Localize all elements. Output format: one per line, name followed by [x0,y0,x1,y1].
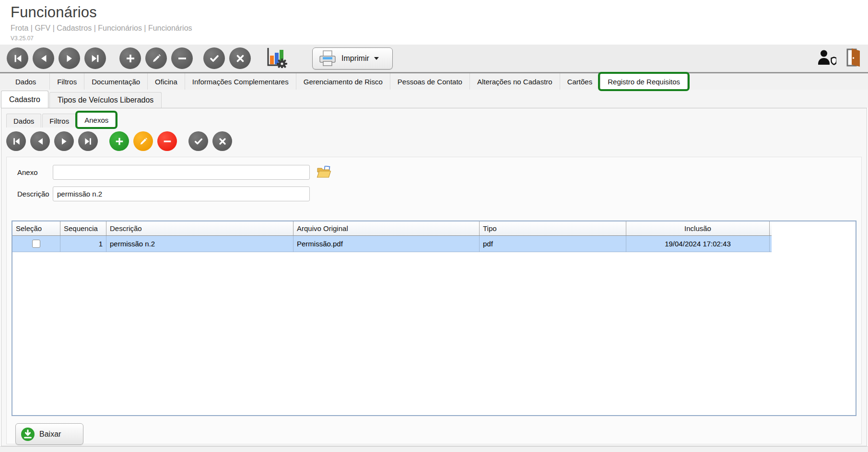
anexo-remove-button[interactable] [157,131,177,151]
tab-tipos-de-veiculos-liberados[interactable]: Tipos de Veículos Liberados [49,92,162,108]
tab-informacoes-complementares[interactable]: Informações Complementares [185,73,296,90]
confirm-button[interactable] [203,47,225,69]
chevron-down-icon [374,57,379,60]
anexo-add-button[interactable] [109,131,129,151]
confirm-check-icon [193,136,204,147]
tab-label: Cartões [567,78,593,86]
tab-cartoes[interactable]: Cartões [560,73,600,90]
exit-button[interactable] [846,48,861,69]
edit-pencil-icon [151,53,162,64]
tab-oficina[interactable]: Oficina [148,73,185,90]
anexo-field-row: Anexo [12,165,856,180]
download-button[interactable]: Baixar [15,423,83,445]
window-bottom-strip [0,446,868,452]
version-label: V3.25.07 [11,35,868,42]
last-record-button[interactable] [84,47,106,69]
tab-label: Informações Complementares [192,78,289,86]
tab-documentacao[interactable]: Documentação [84,73,148,90]
descricao-field-row: Descrição [12,186,856,201]
anexo-edit-button[interactable] [133,131,153,151]
tab-label: Oficina [155,78,177,86]
cell-inclusao: 19/04/2024 17:02:43 [626,236,770,252]
breadcrumb: Frota | GFV | Cadastros | Funcionários |… [11,24,868,33]
column-header-selecao[interactable]: Seleção [12,221,60,235]
tab-label: Registro de Requisitos [608,78,680,86]
remove-icon [176,53,188,64]
anexo-next-button[interactable] [54,131,74,151]
add-record-button[interactable] [119,47,141,69]
anexo-first-button[interactable] [6,131,26,151]
tab-filtros[interactable]: Filtros [50,73,84,90]
column-header-descricao[interactable]: Descrição [106,221,293,235]
tab-label: Cadastro [9,95,40,104]
next-record-icon [64,53,75,64]
page-title: Funcionários [11,4,868,21]
cell-descricao: permissão n.2 [106,236,293,252]
column-header-tipo[interactable]: Tipo [480,221,626,235]
first-record-button[interactable] [7,47,28,69]
download-button-label: Baixar [39,430,61,439]
anexo-previous-button[interactable] [30,131,50,151]
tab-label: Pessoas de Contato [398,78,462,86]
tab-label: Gerenciamento de Risco [304,78,383,86]
print-button[interactable]: Imprimir [312,47,393,70]
tab-dados[interactable]: Dados [2,73,50,90]
cell-sequencia: 1 [60,236,106,252]
next-record-icon [59,137,69,146]
cancel-x-icon [235,53,246,64]
user-shield-icon [817,49,836,66]
row-select-checkbox[interactable] [32,240,40,248]
tab-anexo-dados[interactable]: Dados [6,114,41,127]
cancel-button[interactable] [229,47,251,69]
sub-tab-bar: Cadastro Tipos de Veículos Liberados [0,90,868,108]
anexo-confirm-button[interactable] [188,131,208,151]
confirm-check-icon [209,53,220,64]
tab-pessoas-de-contato[interactable]: Pessoas de Contato [390,73,470,90]
next-record-button[interactable] [59,47,80,69]
remove-icon [162,136,173,147]
tab-registro-de-requisitos[interactable]: Registro de Requisitos [600,73,688,90]
exit-door-icon [846,48,861,67]
edit-record-button[interactable] [145,47,167,69]
tab-label: Anexos [84,116,108,124]
open-folder-icon [317,166,332,179]
add-icon [114,136,125,147]
last-record-icon [83,137,93,146]
column-header-sequencia[interactable]: Sequencia [60,221,106,235]
first-record-icon [12,137,21,146]
previous-record-icon [35,137,45,146]
tab-cadastro[interactable]: Cadastro [1,91,48,108]
anexo-last-button[interactable] [78,131,98,151]
anexo-label: Anexo [12,168,53,176]
tab-anexo-filtros[interactable]: Filtros [42,114,76,127]
remove-record-button[interactable] [171,47,193,69]
table-header-row: Seleção Sequencia Descrição Arquivo Orig… [12,221,772,236]
main-toolbar: Imprimir [0,45,868,72]
tab-gerenciamento-de-risco[interactable]: Gerenciamento de Risco [296,73,390,90]
chart-settings-icon [265,47,287,68]
add-icon [125,53,136,64]
column-header-inclusao[interactable]: Inclusão [626,221,770,235]
anexos-table: Seleção Sequencia Descrição Arquivo Orig… [12,220,856,416]
user-permissions-button[interactable] [817,49,836,68]
cell-selecao [12,236,60,252]
chart-settings-button[interactable] [265,47,287,70]
table-row[interactable]: 1 permissão n.2 Permissão.pdf pdf 19/04/… [12,236,772,252]
descricao-input[interactable] [53,186,310,201]
print-button-label: Imprimir [341,54,369,63]
cadastro-panel: Dados Filtros Anexos [1,108,867,446]
tab-label: Documentação [92,78,140,86]
tab-label: Dados [13,117,34,125]
tab-anexos[interactable]: Anexos [77,112,116,127]
previous-record-button[interactable] [33,47,54,69]
column-header-arquivo-original[interactable]: Arquivo Original [293,221,480,235]
anexo-cancel-button[interactable] [212,131,232,151]
anexo-input[interactable] [53,165,310,180]
tab-label: Filtros [49,117,69,125]
anexos-form-box: Anexo Descrição Seleção Sequencia Descri… [6,157,862,444]
browse-file-button[interactable] [317,166,332,179]
tab-label: Tipos de Veículos Liberados [58,96,153,104]
tab-label: Filtros [57,78,77,86]
tab-alteracoes-no-cadastro[interactable]: Alterações no Cadastro [470,73,560,90]
printer-icon [318,50,337,67]
